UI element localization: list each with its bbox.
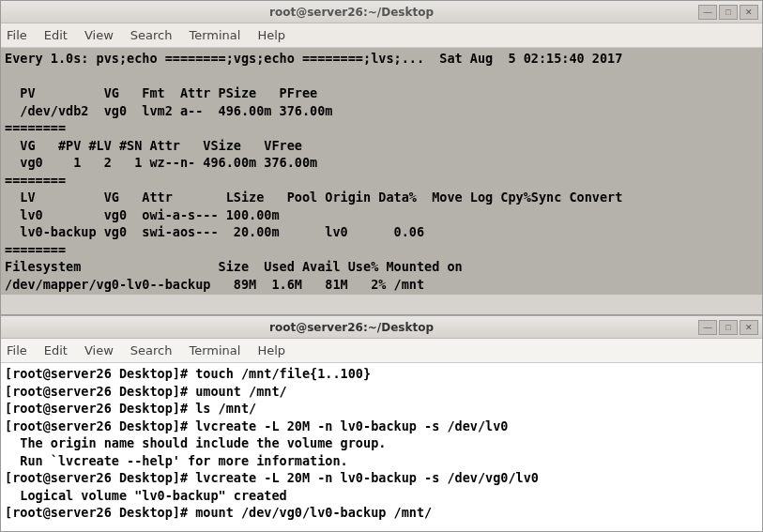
- menu-view[interactable]: View: [84, 28, 114, 42]
- menu-terminal[interactable]: Terminal: [189, 28, 240, 42]
- menubar: File Edit View Search Terminal Help: [1, 339, 762, 363]
- close-button[interactable]: [740, 320, 758, 335]
- window-controls: [698, 320, 758, 335]
- window-title: root@server26:~/Desktop: [5, 321, 698, 334]
- window-title: root@server26:~/Desktop: [5, 6, 698, 19]
- terminal-output-shell[interactable]: [root@server26 Desktop]# touch /mnt/file…: [1, 363, 762, 524]
- window-controls: [698, 5, 758, 20]
- maximize-button[interactable]: [719, 320, 738, 335]
- titlebar[interactable]: root@server26:~/Desktop: [1, 1, 762, 23]
- terminal-window-watch: root@server26:~/Desktop File Edit View S…: [0, 0, 763, 315]
- menubar: File Edit View Search Terminal Help: [1, 23, 762, 48]
- menu-help[interactable]: Help: [257, 343, 285, 357]
- menu-file[interactable]: File: [7, 343, 27, 357]
- terminal-window-shell: root@server26:~/Desktop File Edit View S…: [0, 315, 763, 532]
- menu-terminal[interactable]: Terminal: [189, 343, 240, 357]
- menu-view[interactable]: View: [84, 343, 114, 357]
- menu-help[interactable]: Help: [257, 28, 285, 42]
- titlebar[interactable]: root@server26:~/Desktop: [1, 316, 762, 339]
- minimize-button[interactable]: [698, 5, 717, 20]
- menu-edit[interactable]: Edit: [44, 28, 68, 42]
- terminal-output-watch[interactable]: Every 1.0s: pvs;echo ========;vgs;echo =…: [1, 48, 762, 295]
- menu-edit[interactable]: Edit: [44, 343, 68, 357]
- menu-search[interactable]: Search: [130, 28, 173, 42]
- minimize-button[interactable]: [698, 320, 717, 335]
- close-button[interactable]: [740, 5, 758, 20]
- menu-file[interactable]: File: [7, 28, 27, 42]
- menu-search[interactable]: Search: [130, 343, 173, 357]
- maximize-button[interactable]: [719, 5, 738, 20]
